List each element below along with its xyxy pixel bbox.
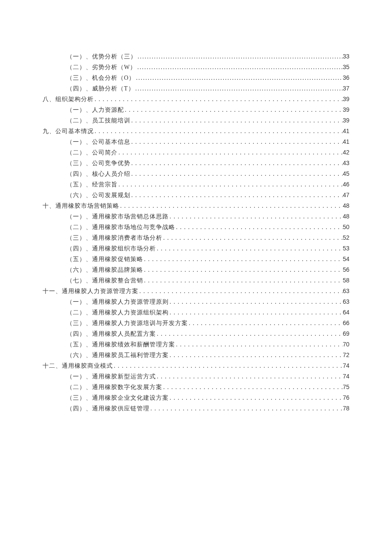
toc-entry: （五）、通用橡胶促销策略............................… [43,254,349,264]
toc-entry: （四）、威胁分析（T）.............................… [43,83,349,94]
toc-label: （二）、通用橡胶数字化发展方案 [66,382,162,392]
toc-entry: 十、通用橡胶市场营销策略............................… [43,200,349,211]
toc-label: （二）、劣势分析（W） [66,62,136,73]
toc-label: （四）、通用橡胶供应链管理 [66,403,150,414]
toc-leader-dots: ........................................… [130,115,343,126]
toc-page-number: 52 [343,232,349,243]
toc-page-number: 50 [343,222,349,232]
toc-page-number: 36 [343,73,349,83]
toc-page-number: 63 [343,296,349,307]
toc-leader-dots: ........................................… [130,158,343,169]
toc-leader-dots: ........................................… [156,371,343,382]
toc-page-number: 64 [343,307,349,318]
toc-page-number: 47 [343,190,349,200]
toc-page-number: 39 [343,94,349,105]
toc-label: （一）、优势分析（三） [66,51,137,62]
toc-label: （一）、公司基本信息 [66,137,130,147]
toc-page-number: 78 [343,403,349,414]
toc-label: （二）、通用橡胶市场地位与竞争战略 [66,222,175,232]
toc-leader-dots: ........................................… [175,222,343,232]
toc-page-number: 48 [343,200,349,211]
toc-page-number: 53 [343,243,349,254]
toc-label: （五）、通用橡胶促销策略 [66,254,143,264]
toc-label: （四）、通用橡胶组织市场分析 [66,243,156,254]
toc-label: （三）、机会分析（O） [66,73,135,83]
toc-leader-dots: ........................................… [169,296,343,307]
toc-page-number: 35 [343,62,349,73]
toc-page-number: 70 [343,339,349,350]
toc-leader-dots: ........................................… [124,105,343,115]
toc-leader-dots: ........................................… [156,328,343,339]
toc-label: （五）、通用橡胶绩效和薪酬管理方案 [66,339,175,350]
toc-entry: （三）、通用橡胶人力资源培训与开发方案.....................… [43,318,349,328]
toc-page-number: 37 [343,83,349,94]
toc-leader-dots: ........................................… [113,360,343,371]
toc-page-number: 66 [343,318,349,328]
table-of-contents: （一）、优势分析（三）.............................… [43,51,349,414]
toc-page-number: 42 [343,147,349,158]
toc-entry: （五）、经营宗旨................................… [43,179,349,190]
toc-entry: （二）、公司简介................................… [43,147,349,158]
toc-label: （四）、核心人员介绍 [66,169,130,179]
toc-entry: （二）、通用橡胶市场地位与竞争战略.......................… [43,222,349,232]
toc-entry: （二）、员工技能培训..............................… [43,115,349,126]
toc-leader-dots: ........................................… [143,254,343,264]
toc-entry: （三）、通用橡胶消费者市场分析.........................… [43,232,349,243]
toc-label: 十一、通用橡胶人力资源管理方案 [43,286,138,296]
toc-entry: （六）、通用橡胶员工福利管理方案........................… [43,350,349,360]
toc-leader-dots: ........................................… [94,94,343,105]
toc-leader-dots: ........................................… [138,286,343,296]
toc-leader-dots: ........................................… [119,200,343,211]
toc-leader-dots: ........................................… [130,137,343,147]
toc-page-number: 33 [343,51,349,62]
toc-label: （三）、通用橡胶人力资源培训与开发方案 [66,318,188,328]
toc-entry: （四）、核心人员介绍..............................… [43,169,349,179]
toc-leader-dots: ........................................… [169,307,343,318]
toc-leader-dots: ........................................… [143,275,343,286]
toc-page-number: 41 [343,137,349,147]
toc-label: （四）、通用橡胶人员配置方案 [66,328,156,339]
toc-entry: （三）、通用橡胶企业文化建设方案........................… [43,392,349,403]
toc-label: （三）、公司竞争优势 [66,158,130,169]
toc-leader-dots: ........................................… [169,350,343,360]
toc-leader-dots: ........................................… [156,243,343,254]
toc-entry: （四）、通用橡胶人员配置方案..........................… [43,328,349,339]
toc-page-number: 43 [343,158,349,169]
toc-leader-dots: ........................................… [136,62,343,73]
toc-page-number: 48 [343,211,349,222]
toc-entry: （一）、通用橡胶人力资源管理原则........................… [43,296,349,307]
toc-page-number: 75 [343,382,349,392]
toc-label: （一）、通用橡胶新型运营方式 [66,371,156,382]
toc-entry: （二）、劣势分析（W）.............................… [43,62,349,73]
toc-label: （二）、员工技能培训 [66,115,130,126]
toc-entry: （一）、优势分析（三）.............................… [43,51,349,62]
toc-entry: （一）、公司基本信息..............................… [43,137,349,147]
toc-leader-dots: ........................................… [188,318,343,328]
toc-page-number: 56 [343,264,349,275]
toc-label: 八、组织架构分析 [43,94,94,105]
toc-entry: （六）、公司发展规划..............................… [43,190,349,200]
toc-leader-dots: ........................................… [143,264,343,275]
toc-leader-dots: ........................................… [162,382,343,392]
toc-label: （一）、人力资源配 [66,105,124,115]
toc-page-number: 74 [343,360,349,371]
toc-entry: （四）、通用橡胶组织市场分析..........................… [43,243,349,254]
toc-entry: 十一、通用橡胶人力资源管理方案.........................… [43,286,349,296]
toc-entry: （三）、机会分析（O）.............................… [43,73,349,83]
toc-label: （一）、通用橡胶市场营销总体思路 [66,211,169,222]
toc-page-number: 72 [343,350,349,360]
toc-page-number: 76 [343,392,349,403]
toc-entry: 八、组织架构分析................................… [43,94,349,105]
toc-entry: （一）、通用橡胶新型运营方式..........................… [43,371,349,382]
toc-page-number: 39 [343,105,349,115]
toc-page-number: 74 [343,371,349,382]
toc-leader-dots: ........................................… [130,169,343,179]
toc-page-number: 63 [343,286,349,296]
toc-label: （三）、通用橡胶企业文化建设方案 [66,392,169,403]
toc-entry: 十二、通用橡胶商业模式.............................… [43,360,349,371]
toc-label: （五）、经营宗旨 [66,179,118,190]
toc-leader-dots: ........................................… [94,126,343,137]
toc-entry: （四）、通用橡胶供应链管理...........................… [43,403,349,414]
toc-leader-dots: ........................................… [169,392,343,403]
toc-leader-dots: ........................................… [118,179,343,190]
